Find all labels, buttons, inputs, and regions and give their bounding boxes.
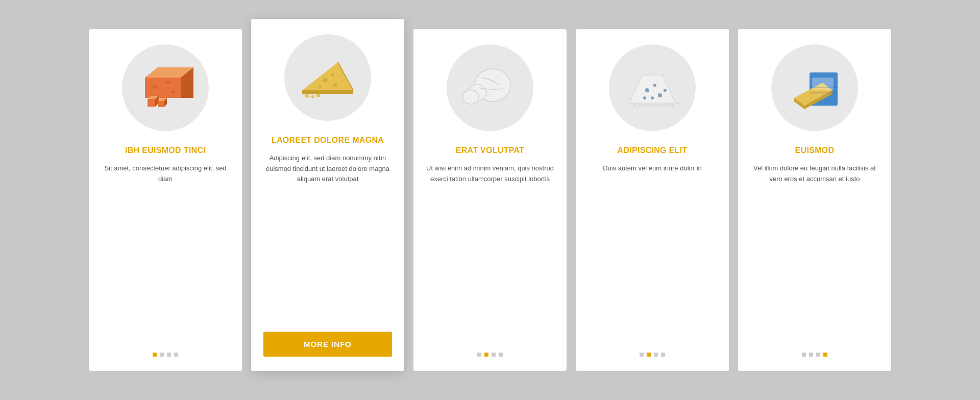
dot [477, 353, 481, 357]
dot-active [823, 353, 827, 357]
svg-point-28 [653, 84, 656, 87]
dot [654, 353, 658, 357]
packaged-cheese-icon [784, 62, 845, 113]
card-2: LAOREET DOLORE MAGNA Adipiscing elit, se… [251, 19, 404, 371]
dot [499, 353, 503, 357]
dot [816, 353, 820, 357]
svg-rect-20 [311, 95, 314, 98]
card-3-dots [477, 353, 503, 357]
svg-rect-40 [812, 78, 834, 90]
cards-container: IBH EUISMOD TINCI Sit amet, consectetuer… [58, 9, 922, 391]
dot [661, 353, 665, 357]
card-5-title: EUISMOD [795, 145, 835, 156]
cheese-sliced-icon [459, 62, 521, 113]
dot [492, 353, 496, 357]
dot [174, 353, 178, 357]
card-1-icon-circle [122, 44, 209, 131]
svg-point-35 [676, 103, 680, 106]
svg-point-10 [166, 81, 170, 84]
dot [802, 353, 806, 357]
card-3: ERAT VOLUTPAT Ut wisi enim ad minim veni… [413, 29, 567, 371]
card-1-text: Sit amet, consectetuer adipiscing elit, … [101, 163, 230, 338]
card-4-text: Duis autem vel eum iriure dolor in [603, 163, 702, 338]
svg-rect-21 [316, 94, 320, 97]
card-4-icon-circle [609, 44, 696, 131]
card-2-title: LAOREET DOLORE MAGNA [272, 135, 384, 146]
svg-point-33 [630, 104, 634, 107]
svg-rect-3 [148, 99, 155, 107]
card-3-title: ERAT VOLUTPAT [456, 145, 525, 156]
dot [640, 353, 644, 357]
more-info-button[interactable]: MORE INFO [263, 332, 392, 357]
svg-point-29 [658, 93, 662, 97]
card-4-dots [640, 353, 665, 357]
svg-marker-13 [302, 90, 353, 94]
svg-point-27 [645, 88, 649, 92]
svg-point-15 [323, 78, 328, 83]
card-5-text: Vel illum dolore eu feugiat nulla facili… [750, 163, 879, 338]
svg-rect-6 [158, 101, 164, 107]
svg-point-16 [333, 83, 337, 87]
svg-point-31 [664, 89, 667, 92]
svg-point-18 [331, 73, 334, 77]
card-2-text: Adipiscing elit, sed diam nonummy nibh e… [263, 153, 392, 321]
card-2-icon-circle [284, 34, 371, 121]
card-1-dots [153, 353, 178, 357]
card-4: ADIPISCING ELIT Duis autem vel eum iriur… [576, 29, 729, 371]
card-5: EUISMOD Vel illum dolore eu feugiat null… [738, 29, 891, 371]
svg-point-9 [153, 85, 158, 89]
cheese-block-icon [135, 62, 196, 113]
card-1-title: IBH EUISMOD TINCI [125, 145, 206, 156]
blue-cheese-icon [622, 62, 683, 113]
svg-point-34 [635, 105, 639, 108]
card-5-dots [802, 353, 827, 357]
svg-point-11 [171, 90, 175, 93]
dot-active [484, 353, 488, 357]
dot [160, 353, 164, 357]
dot-active [153, 353, 157, 357]
dot-active [647, 353, 651, 357]
card-4-title: ADIPISCING ELIT [618, 145, 688, 156]
svg-point-17 [318, 85, 322, 88]
svg-marker-0 [145, 78, 181, 98]
card-3-text: Ut wisi enim ad minim veniam, quis nostr… [426, 163, 554, 338]
dot [809, 353, 813, 357]
dot [167, 353, 171, 357]
card-3-icon-circle [447, 44, 533, 131]
svg-point-24 [462, 90, 479, 104]
card-5-icon-circle [771, 44, 858, 131]
cheese-wedge-icon [297, 52, 358, 103]
card-1: IBH EUISMOD TINCI Sit amet, consectetuer… [89, 29, 242, 371]
svg-rect-19 [305, 94, 309, 97]
svg-point-30 [643, 96, 646, 99]
svg-point-32 [651, 96, 654, 99]
